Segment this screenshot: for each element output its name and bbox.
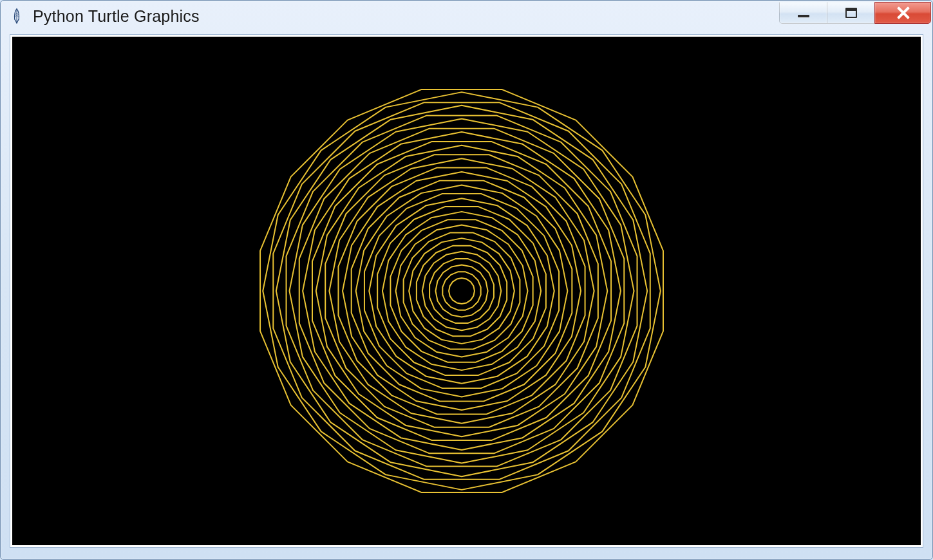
close-button[interactable] <box>874 2 931 24</box>
maximize-icon <box>845 8 857 18</box>
turtle-canvas <box>12 37 921 545</box>
feather-icon <box>10 7 24 25</box>
minimize-button[interactable] <box>779 2 827 24</box>
app-window: Python Turtle Graphics <box>0 0 933 560</box>
client-area <box>10 34 923 548</box>
window-controls <box>779 2 931 24</box>
titlebar[interactable]: Python Turtle Graphics <box>1 1 932 32</box>
minimize-icon <box>798 15 809 17</box>
close-icon <box>896 6 910 20</box>
turtle-drawing <box>12 37 921 545</box>
maximize-button[interactable] <box>827 2 874 24</box>
